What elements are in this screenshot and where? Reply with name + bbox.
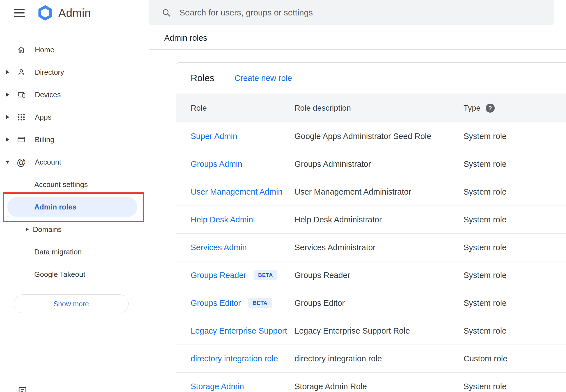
role-type: System role [464, 215, 566, 224]
sidebar-item-account-settings[interactable]: Account settings [0, 173, 149, 196]
devices-icon [15, 90, 28, 99]
role-type: System role [464, 187, 566, 197]
menu-icon[interactable] [14, 9, 25, 17]
role-description: Storage Admin Role [295, 382, 464, 391]
sidebar-item-domains[interactable]: Domains [0, 218, 149, 241]
table-header-row: Role Role description Type ? [176, 94, 566, 122]
role-link[interactable]: Groups Admin [191, 159, 242, 169]
role-cell: directory integration role [176, 354, 295, 363]
search-icon [161, 8, 171, 17]
sidebar-item-apps[interactable]: Apps [0, 106, 149, 128]
table-row: Services Admin Services Administrator Sy… [176, 234, 566, 261]
show-more-button[interactable]: Show more [14, 294, 129, 313]
role-type: System role [464, 271, 566, 280]
sidebar-item-directory[interactable]: Directory [0, 61, 149, 83]
app-title: Admin [58, 7, 91, 19]
sidebar-item-home[interactable]: Home [0, 38, 149, 61]
roles-card-header: Roles Create new role [176, 63, 566, 94]
home-icon [15, 45, 28, 54]
role-cell: Help Desk Admin [176, 215, 295, 224]
role-description: directory integration role [295, 354, 464, 363]
sidebar-item-admin-roles[interactable]: Admin roles [0, 196, 149, 218]
apps-grid-icon [15, 113, 28, 122]
role-description: Legacy Enterprise Support Role [295, 326, 464, 336]
sidebar-item-google-takeout[interactable]: Google Takeout [0, 263, 149, 286]
chevron-right-icon[interactable] [6, 93, 9, 97]
role-cell: Legacy Enterprise Support [176, 326, 295, 336]
role-type: System role [464, 382, 566, 391]
role-link[interactable]: Legacy Enterprise Support [191, 326, 287, 336]
chevron-down-icon[interactable] [6, 161, 10, 164]
sidebar-item-label: Home [35, 45, 54, 54]
column-header-description: Role description [295, 104, 464, 113]
role-link[interactable]: Groups Reader [191, 271, 246, 280]
create-new-role-link[interactable]: Create new role [234, 74, 292, 83]
role-cell: Super Admin [176, 132, 295, 141]
sidebar-item-label: Devices [35, 90, 61, 99]
role-type: Custom role [464, 354, 566, 363]
partial-document-icon [17, 386, 28, 392]
table-row: User Management Admin User Management Ad… [176, 178, 566, 206]
role-link[interactable]: Help Desk Admin [191, 215, 253, 224]
role-link[interactable]: Storage Admin [191, 382, 244, 391]
role-link[interactable]: directory integration role [191, 354, 278, 363]
role-type: System role [464, 298, 566, 308]
chevron-right-icon[interactable] [6, 138, 9, 142]
role-cell: Groups Reader BETA [176, 270, 295, 280]
sidebar-item-data-migration[interactable]: Data migration [0, 241, 149, 263]
sidebar-header: Admin [0, 0, 149, 26]
role-link[interactable]: Groups Editor [191, 298, 241, 308]
table-row: Storage Admin Storage Admin Role System … [176, 373, 566, 392]
search-bar [149, 0, 554, 25]
admin-logo-icon [38, 5, 53, 20]
card-title: Roles [191, 73, 214, 83]
role-link[interactable]: Services Admin [191, 243, 247, 252]
sidebar-item-billing[interactable]: Billing [0, 128, 149, 151]
role-link[interactable]: User Management Admin [191, 187, 282, 197]
credit-card-icon [15, 135, 28, 144]
sidebar-item-label: Data migration [34, 248, 82, 256]
role-description: Groups Administrator [295, 159, 464, 169]
table-row: Groups Editor BETA Groups Editor System … [176, 289, 566, 317]
role-cell: Storage Admin [176, 382, 295, 391]
chevron-right-icon[interactable] [6, 70, 9, 74]
table-row: Groups Reader BETA Groups Reader System … [176, 261, 566, 289]
sidebar-item-label: Admin roles [34, 203, 76, 211]
sidebar: Admin Home Directory [0, 0, 149, 392]
column-header-type: Type ? [464, 104, 566, 113]
role-type: System role [464, 159, 566, 169]
help-icon[interactable]: ? [486, 104, 495, 113]
sidebar-nav: Home Directory Devices [0, 38, 149, 286]
column-header-role: Role [176, 104, 295, 113]
role-cell: Services Admin [176, 243, 295, 252]
table-row: Legacy Enterprise Support Legacy Enterpr… [176, 317, 566, 345]
chevron-right-icon[interactable] [6, 115, 9, 119]
sidebar-item-label: Directory [35, 68, 64, 77]
table-row: Groups Admin Groups Administrator System… [176, 150, 566, 178]
sidebar-item-label: Google Takeout [34, 270, 85, 279]
sidebar-item-label: Billing [35, 135, 54, 144]
at-sign-icon: @ [15, 158, 28, 167]
role-description: Services Administrator [295, 243, 464, 252]
role-cell: Groups Editor BETA [176, 298, 295, 308]
sidebar-item-label: Domains [33, 225, 62, 234]
role-cell: Groups Admin [176, 159, 295, 169]
person-icon [15, 68, 28, 77]
sidebar-item-label: Account settings [34, 180, 88, 189]
beta-badge: BETA [254, 270, 277, 280]
role-description: Help Desk Administrator [295, 215, 464, 224]
role-description: User Management Administrator [295, 187, 464, 197]
role-type: System role [464, 326, 566, 336]
roles-card: Roles Create new role Role Role descript… [176, 62, 566, 392]
search-input[interactable] [179, 4, 554, 21]
chevron-right-icon[interactable] [26, 228, 29, 231]
role-link[interactable]: Super Admin [191, 132, 237, 141]
sidebar-item-account[interactable]: @ Account [0, 151, 149, 173]
role-description: Groups Editor [295, 298, 464, 308]
role-description: Groups Reader [295, 271, 464, 280]
table-row: Help Desk Admin Help Desk Administrator … [176, 206, 566, 234]
roles-table-body: Super Admin Google Apps Administrator Se… [176, 122, 566, 392]
role-description: Google Apps Administrator Seed Role [295, 132, 464, 141]
sidebar-item-devices[interactable]: Devices [0, 83, 149, 106]
admin-console-screen: Admin Home Directory [0, 0, 566, 392]
